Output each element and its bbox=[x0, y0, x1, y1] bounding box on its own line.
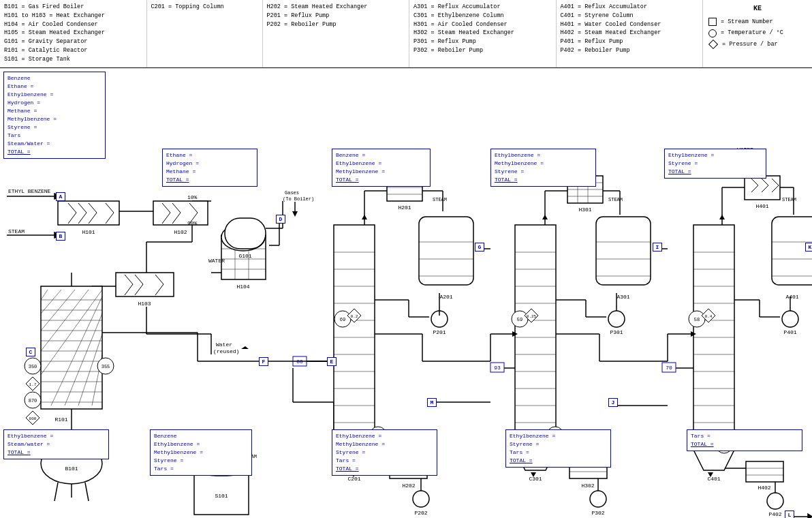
svg-text:P202: P202 bbox=[414, 510, 427, 516]
svg-marker-306 bbox=[719, 215, 725, 219]
legend-col2: C201 = Topping Column bbox=[147, 0, 263, 67]
svg-text:355: 355 bbox=[102, 364, 110, 369]
svg-line-104 bbox=[54, 483, 58, 501]
stream-box-E: E bbox=[327, 357, 337, 366]
svg-text:STEAM: STEAM bbox=[433, 197, 447, 202]
svg-marker-238 bbox=[292, 211, 298, 217]
svg-text:H402: H402 bbox=[758, 485, 770, 491]
stream-box-I: I bbox=[653, 243, 662, 252]
svg-text:A301: A301 bbox=[616, 294, 629, 300]
svg-text:H101: H101 bbox=[82, 229, 95, 235]
info-box-gas: Ethane = Hydrogen = Methane = TOTAL = bbox=[162, 149, 257, 187]
svg-text:58: 58 bbox=[694, 317, 700, 322]
svg-text:(To Boiler): (To Boiler) bbox=[283, 196, 314, 202]
info-box-K-stream: Ethylbenzene = Styrene = TOTAL = bbox=[664, 149, 766, 179]
svg-text:P401: P401 bbox=[783, 329, 796, 335]
stream-box-L: L bbox=[785, 511, 794, 518]
svg-text:C201: C201 bbox=[347, 476, 360, 482]
svg-text:93: 93 bbox=[494, 365, 501, 371]
svg-text:H103: H103 bbox=[138, 301, 151, 307]
svg-text:P201: P201 bbox=[433, 329, 446, 335]
circle-icon bbox=[708, 29, 717, 37]
svg-point-161 bbox=[413, 491, 429, 507]
svg-text:A201: A201 bbox=[439, 294, 452, 300]
svg-marker-304 bbox=[362, 215, 367, 219]
svg-text:59: 59 bbox=[517, 317, 522, 322]
svg-rect-121 bbox=[225, 218, 266, 249]
svg-text:P302: P302 bbox=[591, 510, 604, 516]
svg-text:90%: 90% bbox=[187, 220, 198, 226]
info-box-M-stream: Ethylbenzene = Methylbenzene = Styrene =… bbox=[332, 429, 437, 476]
svg-rect-107 bbox=[58, 201, 119, 225]
svg-text:70: 70 bbox=[666, 365, 672, 371]
svg-text:H301: H301 bbox=[578, 207, 591, 213]
svg-text:A401: A401 bbox=[785, 294, 798, 300]
legend-area: B101 = Gas Fired Boiler H101 to H103 = H… bbox=[0, 0, 812, 68]
legend-col4: A301 = Reflux Accumulator C301 = Ethylbe… bbox=[409, 0, 557, 67]
svg-text:H201: H201 bbox=[398, 204, 411, 211]
svg-text:0.4: 0.4 bbox=[705, 314, 713, 319]
svg-point-189 bbox=[608, 311, 625, 327]
stream-box-C: C bbox=[26, 348, 35, 356]
svg-point-195 bbox=[590, 491, 606, 507]
svg-text:Gases: Gases bbox=[285, 190, 299, 196]
svg-text:H102: H102 bbox=[174, 229, 187, 235]
info-box-feed: Benzene Ethane = Ethylbenzene = Hydrogen… bbox=[3, 72, 106, 159]
stream-box-J: J bbox=[608, 398, 618, 407]
key-stream-number: = Stream Number bbox=[708, 17, 807, 27]
svg-rect-149 bbox=[419, 217, 473, 285]
info-box-C-stream: Ethylbenzene = Steam/water = TOTAL = bbox=[3, 429, 109, 459]
svg-text:69: 69 bbox=[340, 317, 345, 322]
svg-text:R101: R101 bbox=[54, 416, 67, 423]
svg-text:P402: P402 bbox=[768, 511, 781, 517]
info-box-I-stream: Ethylbenzene = Methylbenzene = Styrene =… bbox=[490, 149, 596, 187]
svg-text:STEAM: STEAM bbox=[782, 197, 796, 202]
svg-marker-305 bbox=[542, 215, 548, 219]
svg-text:800: 800 bbox=[29, 416, 37, 421]
svg-text:WATER: WATER bbox=[208, 258, 225, 264]
svg-rect-81 bbox=[41, 286, 102, 409]
svg-text:1.7: 1.7 bbox=[29, 382, 37, 387]
svg-text:10%: 10% bbox=[187, 194, 198, 200]
legend-key-title: KE bbox=[708, 3, 807, 14]
svg-text:H104: H104 bbox=[236, 284, 249, 290]
svg-text:C401: C401 bbox=[707, 476, 720, 482]
svg-rect-220 bbox=[746, 461, 783, 482]
stream-box-D: D bbox=[276, 215, 285, 224]
svg-point-224 bbox=[767, 493, 783, 509]
svg-text:P301: P301 bbox=[610, 329, 623, 335]
svg-text:Water: Water bbox=[216, 341, 232, 348]
svg-text:S101: S101 bbox=[215, 493, 228, 499]
info-box-G-stream: Benzene = Ethylbenzene = Methylbenzene =… bbox=[332, 149, 431, 187]
svg-text:C301: C301 bbox=[529, 476, 542, 482]
svg-text:B101: B101 bbox=[65, 466, 78, 472]
stream-box-F: F bbox=[259, 357, 268, 366]
svg-rect-184 bbox=[596, 217, 651, 285]
svg-text:STEAM: STEAM bbox=[8, 228, 25, 234]
svg-marker-209 bbox=[693, 450, 734, 470]
info-box-E-stream: Benzene Ethylbenzene = Methylbenzene = S… bbox=[150, 429, 252, 476]
svg-text:STEAM: STEAM bbox=[608, 197, 623, 202]
stream-box-A: A bbox=[56, 192, 65, 201]
key-temperature: = Temperature / °C bbox=[708, 28, 807, 37]
svg-rect-111 bbox=[116, 273, 174, 296]
svg-text:0.2: 0.2 bbox=[351, 314, 358, 319]
legend-col5: A401 = Reflux Accumulator C401 = Styrene… bbox=[557, 0, 704, 67]
legend-col3: H202 = Steam Heated Exchanger P201 = Ref… bbox=[263, 0, 410, 67]
legend-col1: B101 = Gas Fired Boiler H101 to H103 = H… bbox=[0, 0, 147, 67]
svg-text:H202: H202 bbox=[402, 483, 415, 489]
stream-box-G: G bbox=[475, 243, 484, 252]
svg-text:870: 870 bbox=[29, 398, 37, 403]
svg-text:H302: H302 bbox=[581, 483, 594, 489]
legend-key: KE = Stream Number = Temperature / °C = … bbox=[703, 0, 812, 67]
svg-line-105 bbox=[85, 483, 89, 501]
key-pressure: = Pressure / bar bbox=[708, 40, 807, 49]
square-icon bbox=[708, 18, 717, 26]
stream-box-B: B bbox=[56, 232, 65, 241]
svg-text:H401: H401 bbox=[755, 203, 768, 209]
diamond-icon bbox=[708, 40, 718, 49]
svg-text:0.25: 0.25 bbox=[527, 314, 537, 319]
diagram-area: R101 B101 H101 H102 H103 bbox=[0, 68, 812, 518]
svg-point-218 bbox=[782, 311, 798, 327]
stream-box-K: K bbox=[805, 243, 812, 252]
